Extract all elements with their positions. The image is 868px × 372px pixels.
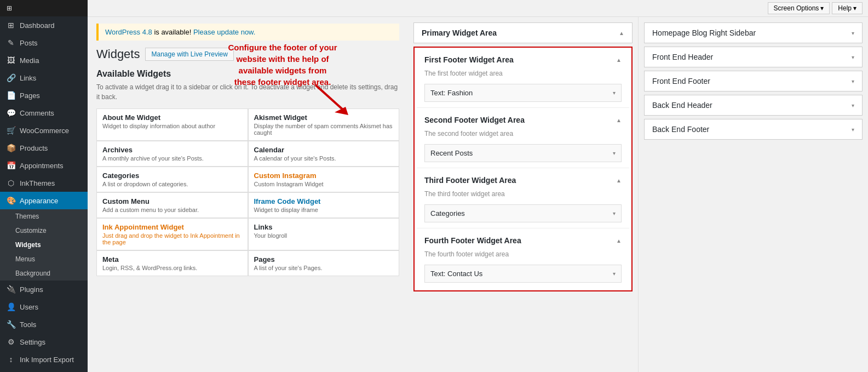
widget-item[interactable]: Pages A list of your site's Pages. <box>248 250 400 276</box>
homepage-blog-title: Homepage Blog Right Sidebar <box>652 28 756 37</box>
page-title: Widgets <box>96 47 140 61</box>
help-button[interactable]: Help ▾ <box>832 2 863 14</box>
third-footer-title: Third Footer Widget Area <box>424 176 516 185</box>
first-footer-panel: First Footer Widget Area ▲ The first foo… <box>417 50 629 108</box>
sidebar-item-appointments[interactable]: 📅 Appointments <box>0 157 88 174</box>
widget-item[interactable]: Custom Instagram Custom Instagram Widget <box>248 167 400 192</box>
sidebar-item-label: Pages <box>20 91 40 100</box>
widget-item[interactable]: Iframe Code Widget Widget to display ifr… <box>248 192 400 218</box>
widget-item[interactable]: Links Your blogroll <box>248 218 400 250</box>
update-notice: WordPress 4.8 is available! Please updat… <box>96 24 399 41</box>
comments-icon: 💬 <box>7 108 15 117</box>
page-header: Widgets Manage with Live Preview Configu… <box>96 47 399 61</box>
left-panel: WordPress 4.8 is available! Please updat… <box>88 17 408 372</box>
submenu-customize[interactable]: Customize <box>0 224 88 238</box>
second-footer-widget-slot[interactable]: Recent Posts ▾ <box>424 144 622 162</box>
sidebar-item-label: WooCommerce <box>20 127 69 135</box>
sidebar-item-ink-import-export[interactable]: ↕ Ink Import Export <box>0 351 88 368</box>
inkthemes-icon: ⬡ <box>7 179 15 187</box>
widget-item[interactable]: Meta Login, RSS, & WordPress.org links. <box>96 250 248 276</box>
back-end-header-panel: Back End Header ▾ <box>644 95 863 116</box>
first-footer-chevron: ▲ <box>616 57 622 63</box>
third-footer-widget-slot[interactable]: Categories ▾ <box>424 204 622 222</box>
screen-options-button[interactable]: Screen Options ▾ <box>768 2 830 14</box>
update-now-link[interactable]: Please update now. <box>193 28 255 36</box>
first-footer-widget-name: Text: Fashion <box>430 89 473 97</box>
first-footer-header[interactable]: First Footer Widget Area ▲ <box>417 50 629 70</box>
homepage-blog-header[interactable]: Homepage Blog Right Sidebar ▾ <box>645 23 862 43</box>
widget-item[interactable]: Custom Menu Add a custom menu to your si… <box>96 192 248 218</box>
live-preview-button[interactable]: Manage with Live Preview <box>145 48 233 61</box>
footer-widget-areas: Primary Widget Area ▲ First Footer Widge… <box>408 17 638 372</box>
submenu-widgets[interactable]: Widgets <box>0 238 88 252</box>
submenu-menus[interactable]: Menus <box>0 252 88 266</box>
third-footer-header[interactable]: Third Footer Widget Area ▲ <box>417 170 629 190</box>
widget-name: Custom Menu <box>102 197 242 205</box>
widget-name: Calendar <box>254 146 394 154</box>
third-footer-subtitle: The third footer widget area <box>417 190 629 201</box>
sidebar-item-links[interactable]: 🔗 Links <box>0 69 88 87</box>
widget-name: Pages <box>254 255 394 264</box>
front-end-header-header[interactable]: Front End Header ▾ <box>645 47 862 67</box>
sidebar-item-comments[interactable]: 💬 Comments <box>0 104 88 122</box>
fourth-footer-widget-slot[interactable]: Text: Contact Us ▾ <box>424 265 622 283</box>
second-footer-slot-chevron: ▾ <box>613 150 616 156</box>
sidebar-item-label: Products <box>20 144 48 152</box>
third-footer-chevron: ▲ <box>616 178 622 184</box>
widget-item[interactable]: Calendar A calendar of your site's Posts… <box>248 141 400 167</box>
widget-item[interactable]: Ink Appointment Widget Just drag and dro… <box>96 218 248 250</box>
back-end-header-header[interactable]: Back End Header ▾ <box>645 95 862 115</box>
first-footer-widget-slot[interactable]: Text: Fashion ▾ <box>424 84 622 102</box>
fourth-footer-header[interactable]: Fourth Footer Widget Area ▲ <box>417 231 629 250</box>
sidebar-item-label: Posts <box>20 39 38 47</box>
widget-item[interactable]: About Me Widget Widget to display inform… <box>96 108 248 141</box>
widget-desc: A monthly archive of your site's Posts. <box>102 155 242 162</box>
main-area: Screen Options ▾ Help ▾ WordPress 4.8 is… <box>88 0 868 372</box>
widget-name: About Me Widget <box>102 113 242 122</box>
second-footer-panel: Second Footer Widget Area ▲ The second f… <box>417 110 629 168</box>
fourth-footer-content: Text: Contact Us ▾ <box>417 261 629 288</box>
sidebar-item-dashboard[interactable]: ⊞ Dashboard <box>0 16 88 34</box>
appearance-submenu: Themes Customize Widgets Menus Backgroun… <box>0 209 88 281</box>
second-footer-subtitle: The second footer widget area <box>417 130 629 141</box>
sidebar-item-appearance[interactable]: 🎨 Appearance <box>0 192 88 209</box>
wp-version-link[interactable]: WordPress 4.8 <box>105 28 152 36</box>
back-end-footer-header[interactable]: Back End Footer ▾ <box>645 119 862 139</box>
fourth-footer-panel: Fourth Footer Widget Area ▲ The fourth f… <box>417 231 629 288</box>
third-footer-slot-chevron: ▾ <box>613 210 616 216</box>
submenu-background[interactable]: Background <box>0 266 88 281</box>
products-icon: 📦 <box>7 144 15 152</box>
sidebar-item-plugins[interactable]: 🔌 Plugins <box>0 281 88 298</box>
widget-item[interactable]: Archives A monthly archive of your site'… <box>96 141 248 167</box>
second-footer-content: Recent Posts ▾ <box>417 141 629 168</box>
tooltip-arrow-icon <box>310 82 354 115</box>
second-footer-header[interactable]: Second Footer Widget Area ▲ <box>417 110 629 130</box>
sidebar-item-label: Ink Import Export <box>20 356 74 364</box>
sidebar-item-label: Plugins <box>20 285 43 294</box>
sidebar-item-posts[interactable]: ✎ Posts <box>0 34 88 51</box>
primary-widget-area-header[interactable]: Primary Widget Area ▲ <box>414 23 632 43</box>
sidebar-item-settings[interactable]: ⚙ Settings <box>0 333 88 351</box>
update-notice-text: is available! <box>154 28 193 36</box>
sidebar-item-tools[interactable]: 🔧 Tools <box>0 316 88 333</box>
sidebar-item-media[interactable]: 🖼 Media <box>0 51 88 69</box>
woocommerce-icon: 🛒 <box>7 126 15 135</box>
screen-options-chevron: ▾ <box>820 4 824 12</box>
primary-widget-area-title: Primary Widget Area <box>422 28 497 37</box>
sidebar-item-pages[interactable]: 📄 Pages <box>0 87 88 104</box>
widget-name: Categories <box>102 171 242 180</box>
dashboard-icon: ⊞ <box>7 21 15 30</box>
fourth-footer-widget-name: Text: Contact Us <box>430 270 482 278</box>
submenu-themes[interactable]: Themes <box>0 209 88 224</box>
widget-item[interactable]: Categories A list or dropdown of categor… <box>96 167 248 192</box>
sidebar-item-woocommerce[interactable]: 🛒 WooCommerce <box>0 122 88 139</box>
sidebar-item-products[interactable]: 📦 Products <box>0 139 88 157</box>
links-icon: 🔗 <box>7 73 15 82</box>
third-footer-widget-name: Categories <box>430 209 465 218</box>
sidebar-item-inkthemes[interactable]: ⬡ InkThemes <box>0 174 88 192</box>
sidebar-item-users[interactable]: 👤 Users <box>0 298 88 316</box>
footer-areas-highlight: First Footer Widget Area ▲ The first foo… <box>413 47 633 291</box>
front-end-footer-panel: Front End Footer ▾ <box>644 71 863 91</box>
front-end-footer-header[interactable]: Front End Footer ▾ <box>645 71 862 91</box>
sidebar-item-label: Comments <box>20 109 54 117</box>
